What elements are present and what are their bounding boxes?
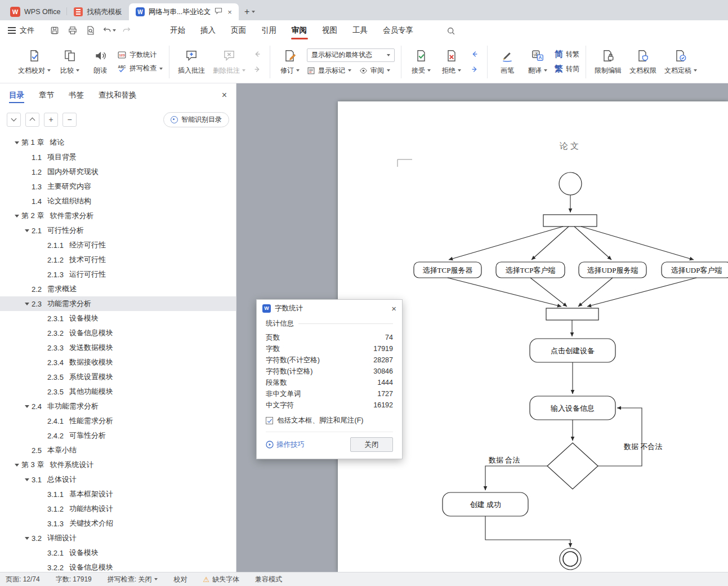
toc-item[interactable]: 2.1.3 运行可行性 (0, 267, 236, 282)
menu-item[interactable]: 引用 (261, 20, 276, 41)
next-change-icon[interactable] (468, 64, 481, 75)
toc-item[interactable]: 第 1 章 绪论 (0, 135, 236, 150)
toc-item[interactable]: 2.3 功能需求分析 (0, 296, 236, 311)
compare-button[interactable]: 比较 (56, 43, 83, 81)
markup-state-select[interactable]: 显示标记的最终状态 (307, 48, 395, 62)
toc-item[interactable]: 2.3.5 系统设置模块 (0, 370, 236, 384)
menu-item[interactable]: 插入 (200, 20, 216, 41)
toc-item[interactable]: 2.5 本章小结 (0, 443, 236, 458)
delete-comment-button[interactable]: 删除批注 (211, 43, 248, 81)
expand-all-button[interactable] (25, 113, 39, 127)
search-icon[interactable] (444, 24, 458, 38)
toc-item[interactable]: 第 2 章 软件需求分析 (0, 208, 236, 223)
toc-item[interactable]: 3.1.3 关键技术介绍 (0, 516, 236, 531)
pane-close-icon[interactable]: × (222, 83, 227, 107)
caret-icon[interactable] (38, 259, 47, 261)
caret-icon[interactable] (38, 347, 47, 349)
caret-icon[interactable] (12, 141, 21, 144)
pen-button[interactable]: 画笔 (494, 43, 521, 81)
collapse-all-button[interactable] (7, 113, 21, 127)
spellcheck-toggle[interactable]: 拼写检查: 关闭 (108, 575, 158, 584)
caret-icon[interactable] (38, 508, 47, 510)
caret-icon[interactable] (38, 273, 47, 276)
to-traditional-button[interactable]: 简 转繁 (555, 49, 579, 60)
doc-permission-button[interactable]: 文档权限 (627, 43, 659, 81)
toc-item[interactable]: 2.3.4 数据接收模块 (0, 355, 236, 370)
missing-font-warning[interactable]: ⚠ 缺失字体 (203, 575, 239, 584)
toc-item[interactable]: 3.2.1 设备模块 (0, 545, 236, 560)
toc-item[interactable]: 2.1.2 技术可行性 (0, 252, 236, 267)
print-button[interactable] (65, 23, 80, 38)
toc-item[interactable]: 1.2 国内外研究现状 (0, 165, 236, 179)
caret-icon[interactable] (23, 405, 32, 408)
caret-icon[interactable] (38, 493, 47, 496)
checkbox-icon[interactable] (266, 417, 273, 424)
caret-icon[interactable] (38, 522, 47, 525)
tab-close-icon[interactable]: × (227, 8, 232, 16)
tips-link[interactable]: 操作技巧 (266, 440, 305, 450)
menu-item[interactable]: 工具 (352, 20, 368, 41)
dialog-close-icon[interactable]: × (391, 304, 396, 313)
doc-finalize-button[interactable]: 文档定稿 (662, 43, 699, 81)
proofread-button[interactable]: 校对 (173, 575, 187, 584)
caret-icon[interactable] (23, 185, 32, 188)
caret-icon[interactable] (38, 566, 47, 569)
caret-icon[interactable] (38, 376, 47, 379)
tab-thesis-document[interactable]: W 网络与串...毕业论文 × (129, 3, 239, 20)
toc-item[interactable]: 2.3.3 发送数据模块 (0, 340, 236, 355)
menu-item[interactable]: 开始 (170, 20, 185, 41)
toc-item[interactable]: 2.3.2 设备信息模块 (0, 326, 236, 340)
next-comment-icon[interactable] (251, 64, 263, 75)
restrict-editing-button[interactable]: 限制编辑 (592, 43, 624, 81)
toc-item[interactable]: 3.1 总体设计 (0, 472, 236, 487)
zoom-out-button[interactable]: − (62, 113, 77, 127)
caret-icon[interactable] (23, 156, 32, 159)
caret-icon[interactable] (23, 229, 32, 232)
caret-icon[interactable] (38, 390, 47, 393)
word-count-indicator[interactable]: 字数: 17919 (56, 575, 92, 584)
read-aloud-button[interactable]: 朗读 (87, 43, 114, 81)
caret-icon[interactable] (23, 537, 32, 540)
caret-icon[interactable] (23, 171, 32, 174)
toc-item[interactable]: 2.2 需求概述 (0, 282, 236, 296)
smart-toc-button[interactable]: 智能识别目录 (163, 112, 229, 127)
zoom-in-button[interactable]: + (44, 113, 58, 127)
toc-item[interactable]: 2.4.1 性能需求分析 (0, 414, 236, 428)
caret-icon[interactable] (38, 244, 47, 247)
undo-button[interactable] (101, 23, 116, 38)
caret-icon[interactable] (23, 288, 32, 291)
toc-item[interactable]: 3.2 详细设计 (0, 531, 236, 545)
reject-button[interactable]: 拒绝 (438, 43, 465, 81)
previous-change-icon[interactable] (468, 48, 481, 60)
caret-icon[interactable] (38, 332, 47, 335)
caret-icon[interactable] (12, 464, 21, 467)
toc-item[interactable]: 2.1 可行性分析 (0, 223, 236, 238)
menu-item[interactable]: 视图 (322, 20, 337, 41)
translate-button[interactable]: 译A 翻译 (524, 43, 551, 81)
caret-icon[interactable] (23, 449, 32, 452)
compat-mode-indicator[interactable]: 兼容模式 (255, 575, 282, 584)
comment-bubble-icon[interactable] (215, 7, 222, 16)
include-footnotes-checkbox[interactable]: 包括文本框、脚注和尾注(F) (266, 416, 393, 425)
caret-icon[interactable] (38, 552, 47, 554)
dialog-title-bar[interactable]: W 字数统计 × (257, 300, 402, 317)
pane-tab[interactable]: 章节 (39, 83, 54, 107)
caret-icon[interactable] (23, 478, 32, 481)
toc-item[interactable]: 1.3 主要研究内容 (0, 179, 236, 194)
spell-check-button[interactable]: ABC 拼写检查 (117, 64, 163, 73)
pane-tab[interactable]: 查找和替换 (99, 83, 137, 107)
save-button[interactable] (47, 23, 62, 38)
previous-comment-icon[interactable] (251, 48, 263, 60)
redo-button[interactable] (119, 23, 134, 38)
pane-tab[interactable]: 书签 (69, 83, 84, 107)
tab-docer-template[interactable]: 找稿壳模板 (67, 3, 129, 20)
file-menu-button[interactable]: 文件 (8, 20, 34, 41)
caret-icon[interactable] (12, 215, 21, 217)
toc-item[interactable]: 3.1.1 基本框架设计 (0, 487, 236, 501)
toc-item[interactable]: 2.4 非功能需求分析 (0, 399, 236, 414)
insert-comment-button[interactable]: 插入批注 (176, 43, 207, 81)
caret-icon[interactable] (38, 317, 47, 320)
menu-item[interactable]: 审阅 (292, 20, 307, 41)
accept-button[interactable]: 接受 (408, 43, 435, 81)
toc-item[interactable]: 第 3 章 软件系统设计 (0, 458, 236, 472)
